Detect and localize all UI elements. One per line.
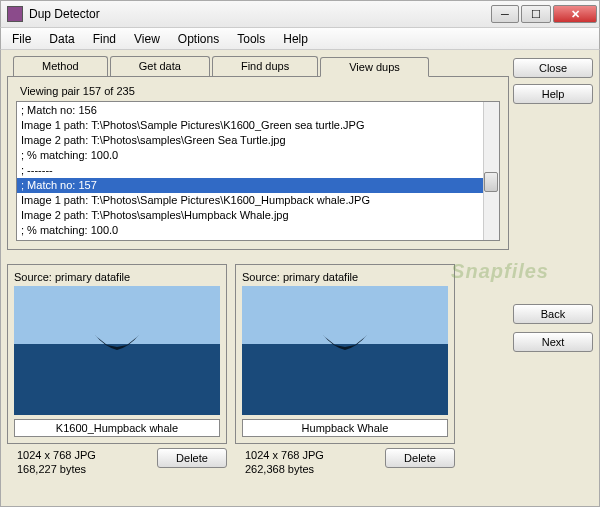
back-button[interactable]: Back [513, 304, 593, 324]
window-controls: ─ ☐ ✕ [491, 5, 597, 23]
preview-right-image [242, 286, 448, 415]
list-item[interactable]: ; ------- [17, 163, 499, 178]
match-listbox[interactable]: ; Match no: 156Image 1 path: T:\Photos\S… [16, 101, 500, 241]
menu-help[interactable]: Help [274, 29, 317, 49]
whale-tail-icon [315, 325, 375, 375]
preview-right-source: Source: primary datafile [242, 271, 448, 283]
viewing-pair-label: Viewing pair 157 of 235 [16, 85, 500, 97]
next-button[interactable]: Next [513, 332, 593, 352]
menu-tools[interactable]: Tools [228, 29, 274, 49]
preview-left-size: 168,227 bytes [17, 462, 151, 476]
tab-finddups[interactable]: Find dups [212, 56, 318, 76]
tabstrip: Method Get data Find dups View dups [7, 56, 509, 77]
list-item[interactable]: Image 2 path: T:\Photos\samples\Humpback… [17, 208, 499, 223]
list-item[interactable]: ; % matching: 100.0 [17, 148, 499, 163]
whale-tail-icon [87, 325, 147, 375]
preview-right-dims: 1024 x 768 JPG [245, 448, 379, 462]
preview-right-filename: Humpback Whale [242, 419, 448, 437]
preview-right-meta: 1024 x 768 JPG 262,368 bytes [235, 448, 379, 476]
list-item[interactable]: Image 1 path: T:\Photos\Sample Pictures\… [17, 193, 499, 208]
tab-method[interactable]: Method [13, 56, 108, 76]
tab-panel-viewdups: Viewing pair 157 of 235 ; Match no: 156I… [7, 77, 509, 250]
app-icon [7, 6, 23, 22]
preview-right: Source: primary datafile Humpback Whale [235, 264, 455, 444]
menu-data[interactable]: Data [40, 29, 83, 49]
menubar: File Data Find View Options Tools Help [0, 28, 600, 50]
menu-file[interactable]: File [3, 29, 40, 49]
preview-left-meta: 1024 x 768 JPG 168,227 bytes [7, 448, 151, 476]
tab-getdata[interactable]: Get data [110, 56, 210, 76]
list-item[interactable]: ; ------- [17, 238, 499, 241]
list-item[interactable]: ; % matching: 100.0 [17, 223, 499, 238]
preview-left-dims: 1024 x 768 JPG [17, 448, 151, 462]
preview-left-filename: K1600_Humpback whale [14, 419, 220, 437]
menu-find[interactable]: Find [84, 29, 125, 49]
titlebar: Dup Detector ─ ☐ ✕ [0, 0, 600, 28]
menu-view[interactable]: View [125, 29, 169, 49]
window-title: Dup Detector [29, 7, 491, 21]
list-item[interactable]: Image 1 path: T:\Photos\Sample Pictures\… [17, 118, 499, 133]
minimize-button[interactable]: ─ [491, 5, 519, 23]
list-item[interactable]: ; Match no: 156 [17, 103, 499, 118]
delete-left-button[interactable]: Delete [157, 448, 227, 468]
tab-viewdups[interactable]: View dups [320, 57, 429, 77]
close-button[interactable]: Close [513, 58, 593, 78]
close-window-button[interactable]: ✕ [553, 5, 597, 23]
preview-right-size: 262,368 bytes [245, 462, 379, 476]
scrollbar-thumb[interactable] [484, 172, 498, 192]
help-button[interactable]: Help [513, 84, 593, 104]
delete-right-button[interactable]: Delete [385, 448, 455, 468]
client-area: Method Get data Find dups View dups View… [0, 50, 600, 507]
preview-left: Source: primary datafile K1600_Humpback … [7, 264, 227, 444]
maximize-button[interactable]: ☐ [521, 5, 551, 23]
menu-options[interactable]: Options [169, 29, 228, 49]
list-item[interactable]: ; Match no: 157 [17, 178, 499, 193]
scrollbar-track[interactable] [483, 102, 499, 240]
preview-left-image [14, 286, 220, 415]
preview-left-source: Source: primary datafile [14, 271, 220, 283]
list-item[interactable]: Image 2 path: T:\Photos\samples\Green Se… [17, 133, 499, 148]
